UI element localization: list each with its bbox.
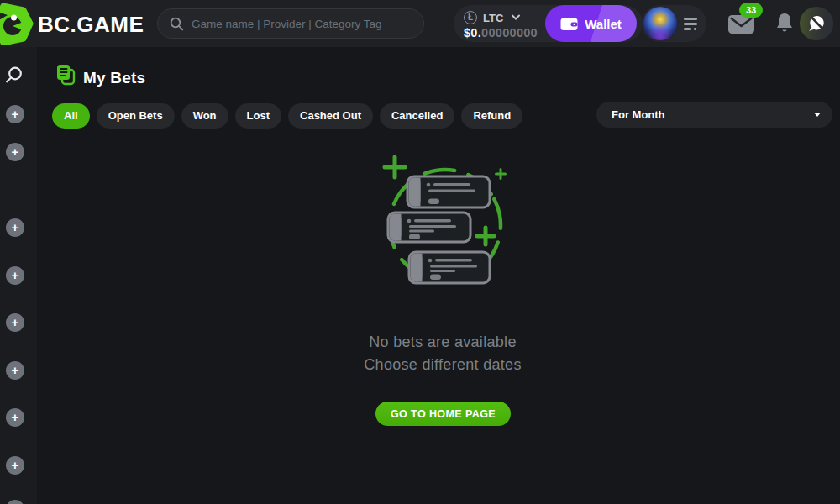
notifications-button[interactable] bbox=[774, 11, 795, 36]
filter-lost[interactable]: Lost bbox=[235, 103, 281, 129]
chat-muted-icon bbox=[806, 13, 827, 34]
bet-filter-tabs: All Open Bets Won Lost Cashed Out Cancel… bbox=[52, 103, 522, 129]
profile-list-icon bbox=[684, 18, 697, 30]
filter-cancelled[interactable]: Cancelled bbox=[380, 103, 454, 129]
balance-fraction: 00000000 bbox=[481, 26, 538, 39]
chevron-down-icon bbox=[511, 14, 521, 21]
empty-state-line1: No bets are available bbox=[45, 333, 840, 351]
sidebar-plus-button[interactable]: + bbox=[6, 313, 24, 332]
litecoin-coin-icon: Ł bbox=[464, 11, 477, 24]
filter-all[interactable]: All bbox=[52, 103, 90, 129]
sidebar-plus-button[interactable]: + bbox=[6, 266, 24, 285]
caret-down-icon bbox=[814, 113, 821, 117]
balance-whole: $0. bbox=[464, 26, 481, 39]
top-header: BC.GAME Ł LTC $0.00000000 Wallet bbox=[0, 0, 840, 47]
brand-title[interactable]: BC.GAME bbox=[38, 12, 144, 38]
filter-cashed-out[interactable]: Cashed Out bbox=[288, 103, 373, 129]
game-search-bar[interactable] bbox=[157, 8, 424, 39]
messages-count-badge: 33 bbox=[739, 3, 763, 18]
wallet-button[interactable]: Wallet bbox=[545, 5, 637, 42]
sidebar-plus-button[interactable]: + bbox=[6, 143, 24, 161]
search-icon bbox=[3, 66, 24, 86]
period-dropdown[interactable]: For Month bbox=[596, 102, 832, 128]
page-title: My Bets bbox=[83, 69, 145, 87]
search-icon bbox=[170, 17, 184, 31]
main-content: My Bets All Open Bets Won Lost Cashed Ou… bbox=[37, 47, 840, 504]
chat-toggle-button[interactable] bbox=[800, 7, 833, 40]
wallet-icon bbox=[560, 16, 578, 31]
my-bets-icon bbox=[55, 63, 78, 88]
filter-refund[interactable]: Refund bbox=[461, 103, 522, 129]
sidebar-plus-button[interactable]: + bbox=[6, 361, 24, 380]
sidebar-plus-button[interactable]: + bbox=[6, 456, 24, 475]
period-dropdown-value: For Month bbox=[612, 102, 665, 128]
wallet-button-label: Wallet bbox=[585, 17, 622, 31]
currency-code: LTC bbox=[483, 12, 503, 24]
empty-bets-illustration bbox=[361, 143, 529, 302]
sidebar-plus-button[interactable]: + bbox=[6, 105, 24, 123]
messages-button[interactable]: 33 bbox=[727, 13, 766, 45]
app-window: BC.GAME Ł LTC $0.00000000 Wallet bbox=[0, 0, 840, 504]
empty-state-line2: Choose different dates bbox=[45, 356, 840, 374]
go-home-button[interactable]: GO TO HOME PAGE bbox=[375, 402, 511, 426]
bcgame-logo-icon[interactable] bbox=[0, 3, 35, 45]
sidebar-plus-button[interactable]: + bbox=[6, 218, 24, 237]
left-sidebar: + + + + + + + + + bbox=[0, 47, 37, 504]
sidebar-search-button[interactable] bbox=[3, 66, 24, 86]
sidebar-plus-button[interactable]: + bbox=[6, 500, 24, 504]
wallet-balance: $0.00000000 bbox=[464, 26, 538, 39]
bell-icon bbox=[774, 11, 795, 36]
avatar[interactable] bbox=[643, 7, 677, 40]
profile-menu[interactable] bbox=[642, 5, 706, 42]
sidebar-plus-button[interactable]: + bbox=[6, 408, 24, 427]
search-input[interactable] bbox=[192, 18, 412, 30]
filter-open-bets[interactable]: Open Bets bbox=[97, 103, 175, 129]
filter-won[interactable]: Won bbox=[181, 103, 228, 129]
